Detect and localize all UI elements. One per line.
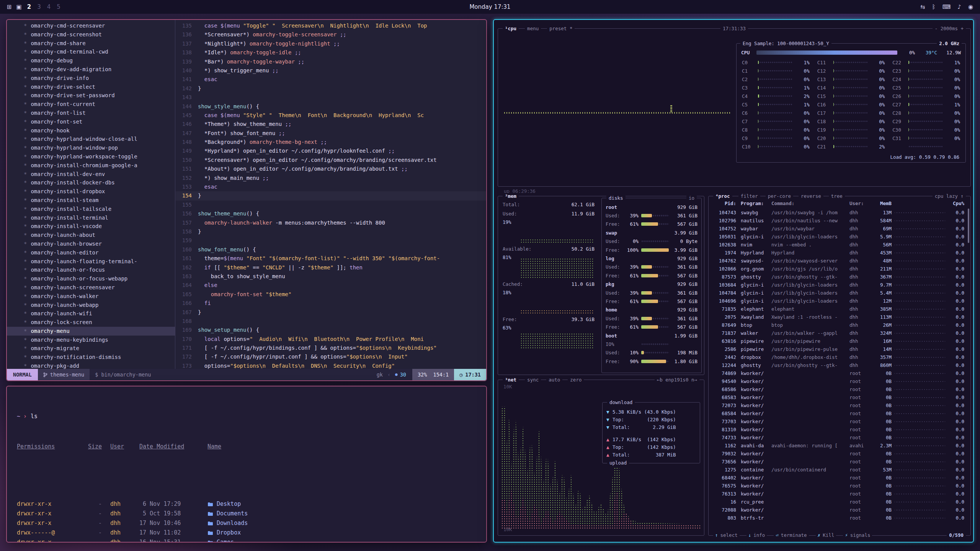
file-item[interactable]: *omarchy-install-chromium-google-a: [7, 161, 175, 170]
code-line[interactable]: 142}: [176, 84, 486, 93]
code-line[interactable]: 170 local options=" Audio\n Wifi\n Bluet…: [176, 335, 486, 344]
code-line[interactable]: 168: [176, 317, 486, 326]
workspace-button[interactable]: 2: [27, 3, 31, 10]
net-option[interactable]: sync: [525, 377, 541, 383]
file-item[interactable]: *omarchy-font-list: [7, 109, 175, 117]
process-row[interactable]: 12244 ghostty /usr/bin/ghostty --gtk- dh…: [712, 361, 964, 369]
file-item[interactable]: *omarchy-migrate: [7, 344, 175, 353]
code-line[interactable]: 149 *Hyprland*) open_in_editor ~/.config…: [176, 147, 486, 155]
process-row[interactable]: 71835 elephant elephant dhh 385M 0.0: [712, 305, 964, 313]
file-item[interactable]: *omarchy-menu: [7, 327, 175, 336]
volume-icon[interactable]: ♪: [957, 3, 961, 10]
code-line[interactable]: 158}: [176, 227, 486, 236]
code-line[interactable]: 162 if [[ "$theme" == "CNCLD" || -z "$th…: [176, 263, 486, 272]
proc-action[interactable]: ⚡signals: [843, 532, 872, 539]
process-row[interactable]: 79032 kworker/ root 0B 0.0: [712, 450, 964, 458]
process-row[interactable]: 76575 kworker/ root 0B 0.0: [712, 482, 964, 490]
file-item[interactable]: *omarchy-drive-set-password: [7, 91, 175, 100]
code-line[interactable]: 155: [176, 201, 486, 209]
io-toggle[interactable]: io: [686, 195, 697, 202]
code-line[interactable]: 145 case $(menu "Style" " Theme\n Font\n…: [176, 111, 486, 120]
workspace-button[interactable]: 4: [47, 3, 51, 10]
window-icon[interactable]: ▣: [16, 3, 22, 10]
process-row[interactable]: 2075 Xwayland Xwayland :1 -rootless - dh…: [712, 313, 964, 321]
code-line[interactable]: 164 else: [176, 281, 486, 290]
code-line[interactable]: 140 *) show_trigger_menu ;;: [176, 66, 486, 75]
code-editor[interactable]: 135 case $(menu "Toggle" " Screensaver\n…: [176, 20, 486, 369]
process-row[interactable]: 87649 btop btop dhh 26M 0.0: [712, 321, 964, 329]
file-item[interactable]: *omarchy-lock-screen: [7, 318, 175, 327]
interval-control[interactable]: - 2000ms +: [933, 25, 966, 32]
file-item[interactable]: *omarchy-hyprland-window-pop: [7, 143, 175, 152]
process-row[interactable]: 104696 glycin-i /usr/lib/glycin-loaders …: [712, 297, 964, 305]
code-line[interactable]: 138 *Idle*) omarchy-toggle-idle ;;: [176, 48, 486, 57]
file-list[interactable]: *omarchy-cmd-screensaver*omarchy-cmd-scr…: [7, 20, 175, 369]
file-item[interactable]: *omarchy-drive-info: [7, 74, 175, 83]
proc-option[interactable]: filter: [738, 193, 760, 200]
file-item[interactable]: *omarchy-launch-or-focus: [7, 266, 175, 274]
process-row[interactable]: 16 rcu_pree root 0B 0.0: [712, 498, 964, 506]
net-option[interactable]: zero: [568, 377, 584, 383]
code-line[interactable]: 160show_font_menu() {: [176, 245, 486, 254]
file-item[interactable]: *omarchy-install-dev-env: [7, 170, 175, 179]
code-line[interactable]: 151 *About*) open_in_editor ~/.config/om…: [176, 165, 486, 173]
process-row[interactable]: 68402 kworker/ root 0B 0.0: [712, 474, 964, 482]
file-item[interactable]: *omarchy-debug: [7, 56, 175, 65]
process-row[interactable]: 1974 Hyprland Hyprland dhh 453M 0.0: [712, 249, 964, 257]
process-row[interactable]: 63816 pipewire /usr/bin/pipewire dhh 16M…: [712, 337, 964, 345]
net-interface[interactable]: ←b enp191s0 n→: [655, 377, 699, 383]
code-line[interactable]: 157 omarchy-launch-walker -m menus:omarc…: [176, 218, 486, 227]
file-item[interactable]: *omarchy-launch-or-focus-webapp: [7, 274, 175, 283]
code-line[interactable]: 154}: [176, 191, 486, 200]
code-line[interactable]: 136 *Screensaver*) omarchy-toggle-screen…: [176, 30, 486, 39]
code-line[interactable]: 147 *Font*) show_font_menu ;;: [176, 129, 486, 138]
process-row[interactable]: 94540 kworker/ root 0B 0.0: [712, 377, 964, 385]
file-item[interactable]: *omarchy-launch-floating-terminal-: [7, 257, 175, 266]
code-line[interactable]: 166 fi: [176, 299, 486, 308]
file-item[interactable]: *omarchy-launch-webapp: [7, 301, 175, 310]
code-line[interactable]: 150 *Screensaver*) open_in_editor ~/.con…: [176, 156, 486, 165]
process-row[interactable]: 74869 kworker/ root 0B 0.0: [712, 369, 964, 377]
menu-button[interactable]: menu: [525, 25, 541, 32]
code-line[interactable]: 167}: [176, 308, 486, 317]
preset-button[interactable]: preset *: [547, 25, 575, 32]
cpu-panel-title[interactable]: ¹cpu: [503, 25, 519, 32]
code-line[interactable]: 143: [176, 93, 486, 102]
file-item[interactable]: *omarchy-launch-about: [7, 231, 175, 240]
file-item[interactable]: *omarchy-cmd-screensaver: [7, 21, 175, 30]
apps-icon[interactable]: ⊞: [7, 3, 12, 10]
process-row[interactable]: 81310 kworker/ root 0B 0.0: [712, 425, 964, 434]
process-row[interactable]: 68584 kworker/ root 0B 0.0: [712, 409, 964, 417]
code-line[interactable]: 144show_style_menu() {: [176, 102, 486, 111]
code-line[interactable]: 139 *Bar*) omarchy-toggle-waybar ;;: [176, 57, 486, 66]
process-row[interactable]: 72088 kworker/ root 0B 0.0: [712, 506, 964, 514]
file-item[interactable]: *omarchy-launch-walker: [7, 292, 175, 301]
proc-action[interactable]: ↓info: [746, 532, 767, 539]
screencast-icon[interactable]: ⇆: [920, 3, 925, 10]
proc-scrollbar[interactable]: [968, 209, 969, 243]
process-row[interactable]: 803 btrfs-tr root 0B 0.0: [712, 514, 964, 522]
process-row[interactable]: 73703 kworker/ root 0B 0.0: [712, 417, 964, 425]
file-item[interactable]: *omarchy-hyprland-workspace-toggle: [7, 152, 175, 161]
editor-window[interactable]: *omarchy-cmd-screensaver*omarchy-cmd-scr…: [6, 19, 487, 381]
proc-sort-control[interactable]: cpu lazy ↑: [933, 193, 966, 200]
code-line[interactable]: 172 [ -f ~/.config/hypr/input.conf ] && …: [176, 352, 486, 361]
process-row[interactable]: 1162 avahi-da avahi-daemon: running [ av…: [712, 442, 964, 450]
net-panel-title[interactable]: ³net: [503, 377, 519, 383]
file-item[interactable]: *omarchy-launch-editor: [7, 248, 175, 257]
process-row[interactable]: 104784 glycin-i /usr/lib/glycin-loaders …: [712, 289, 964, 297]
file-item[interactable]: *omarchy-install-docker-dbs: [7, 178, 175, 187]
code-line[interactable]: 173 options="$options\n Defaults\n DNS\n…: [176, 362, 486, 369]
process-row[interactable]: 102796 nautilus /usr/bin/nautilus --new …: [712, 217, 964, 225]
proc-option[interactable]: reverse: [799, 193, 823, 200]
process-row[interactable]: 87573 ghostty /usr/bin/ghostty --gtk- dh…: [712, 273, 964, 281]
file-item[interactable]: *omarchy-dev-add-migration: [7, 65, 175, 74]
file-item[interactable]: *omarchy-notification-dismiss: [7, 353, 175, 362]
btop-window[interactable]: ¹cpu menu preset * 17:31:33 - 2000ms + E…: [493, 19, 974, 543]
process-row[interactable]: 103684 glycin-i /usr/lib/glycin-loaders …: [712, 281, 964, 289]
file-item[interactable]: *omarchy-install-dropbox: [7, 187, 175, 196]
process-row[interactable]: 102638 nvim nvim --embed . dhh 56M 0.0: [712, 241, 964, 249]
proc-header-row[interactable]: Pid: Program: Command: User: MemB Cpu%: [712, 199, 964, 208]
code-line[interactable]: 159: [176, 236, 486, 245]
terminal-window[interactable]: ~›ls Permissions Size User Date Modified…: [6, 386, 487, 543]
